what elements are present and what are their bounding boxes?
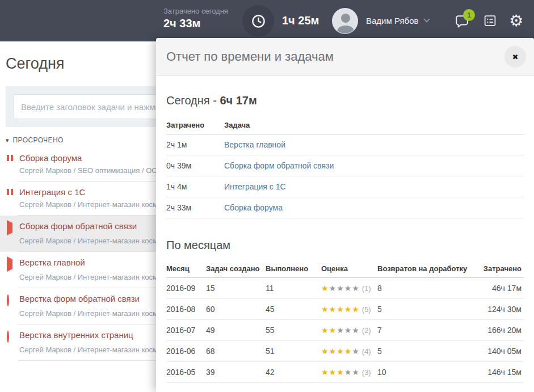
task-status-cell xyxy=(7,294,19,306)
spent-cell: 2ч 33м xyxy=(166,203,224,212)
star-empty-icon: ★ xyxy=(337,284,344,293)
rating-count: (3) xyxy=(362,368,371,377)
created-cell: 68 xyxy=(206,347,266,356)
months-table-row: 2016-053942★★★★★(3)10146ч 15м xyxy=(166,362,524,383)
star-empty-icon: ★ xyxy=(344,284,352,293)
column-header-done: Выполнено xyxy=(266,264,321,273)
today-table-row: 2ч 33мСборка форума xyxy=(166,197,524,218)
task-link[interactable]: Сборка форума xyxy=(224,203,524,212)
star-rating-icon: ★★★★★ xyxy=(321,368,360,377)
months-table-row: 2016-086045★★★★★(5)5124ч 30м xyxy=(166,299,524,320)
rating-count: (5) xyxy=(362,305,371,314)
done-cell: 42 xyxy=(266,368,321,377)
today-table-row: 1ч 4мИнтеграция с 1С xyxy=(166,176,524,197)
task-status-cell xyxy=(7,258,19,269)
months-table-rows: 2016-091511★★★★★(1)846ч 17м2016-086045★★… xyxy=(166,278,524,383)
task-link[interactable]: Верстка главной xyxy=(224,140,524,149)
created-cell: 60 xyxy=(206,305,266,314)
avatar[interactable] xyxy=(332,8,358,34)
star-filled-icon: ★ xyxy=(321,305,329,314)
today-heading-prefix: Сегодня - xyxy=(166,94,220,107)
star-filled-icon: ★ xyxy=(352,305,360,314)
clock-icon xyxy=(251,14,266,29)
task-link[interactable]: Интеграция с 1С xyxy=(224,182,524,191)
report-icon xyxy=(483,14,497,28)
close-button[interactable]: ✖ xyxy=(504,46,526,68)
star-filled-icon: ★ xyxy=(321,284,329,293)
circle-status-icon[interactable] xyxy=(7,294,9,306)
star-rating-icon: ★★★★★ xyxy=(321,284,360,293)
play-icon[interactable] xyxy=(7,256,12,272)
done-cell: 55 xyxy=(266,326,321,335)
spent-today-value: 2ч 33м xyxy=(163,17,228,30)
spent-cell: 2ч 1м xyxy=(166,140,224,149)
pause-icon[interactable] xyxy=(7,189,19,195)
star-empty-icon: ★ xyxy=(344,368,352,377)
today-section-heading: Сегодня - 6ч 17м xyxy=(166,94,524,107)
today-table-header-row: Затрачено Задача xyxy=(166,116,524,134)
column-header-spent: Затрачено xyxy=(166,121,224,129)
created-cell: 49 xyxy=(206,326,266,335)
spent-cell: 0ч 39м xyxy=(166,161,224,170)
done-cell: 45 xyxy=(266,305,321,314)
months-table-row: 2016-074955★★★★★(2)7166ч 20м xyxy=(166,320,524,341)
reports-button[interactable] xyxy=(483,0,497,41)
column-header-spent-total: Затрачено xyxy=(474,264,524,273)
month-cell: 2016-06 xyxy=(166,347,206,356)
today-table: Затрачено Задача 2ч 1мВерстка главной0ч … xyxy=(166,116,524,218)
star-filled-icon: ★ xyxy=(337,347,344,356)
spent-total-cell: 146ч 15м xyxy=(474,368,524,377)
star-filled-icon: ★ xyxy=(329,347,337,356)
star-empty-icon: ★ xyxy=(337,326,344,335)
gear-icon: ⚙ xyxy=(509,11,523,30)
returns-cell: 8 xyxy=(377,284,474,293)
star-filled-icon: ★ xyxy=(344,305,352,314)
today-total-time: 6ч 17м xyxy=(220,94,257,107)
task-status-cell xyxy=(7,221,19,233)
months-table-header-row: Месяц Задач создано Выполнено Оценка Воз… xyxy=(166,260,524,278)
star-rating-icon: ★★★★★ xyxy=(321,326,360,335)
star-rating-icon: ★★★★★ xyxy=(321,347,360,356)
task-title[interactable]: Интеграция с 1С xyxy=(19,187,85,197)
column-header-created: Задач создано xyxy=(206,264,266,273)
rating-cell: ★★★★★(4) xyxy=(321,347,377,356)
returns-cell: 7 xyxy=(377,326,474,335)
months-table-row: 2016-091511★★★★★(1)846ч 17м xyxy=(166,278,524,299)
chat-button[interactable]: 1 xyxy=(454,0,470,41)
report-panel: Отчет по времени и задачам ✖ Сегодня - 6… xyxy=(156,38,534,392)
star-filled-icon: ★ xyxy=(329,326,337,335)
task-link[interactable]: Сборка форм обратной связи xyxy=(224,161,524,170)
star-empty-icon: ★ xyxy=(352,284,360,293)
column-header-month: Месяц xyxy=(166,264,206,273)
star-empty-icon: ★ xyxy=(344,326,352,335)
spent-total-cell: 46ч 17м xyxy=(474,284,524,293)
star-empty-icon: ★ xyxy=(352,326,360,335)
done-cell: 51 xyxy=(266,347,321,356)
months-table-row: 2016-066851★★★★★(4)5140ч 05м xyxy=(166,341,524,362)
created-cell: 15 xyxy=(206,284,266,293)
spent-total-cell: 124ч 30м xyxy=(474,305,524,314)
task-title[interactable]: Верстка форм обратной связи xyxy=(19,294,140,304)
chat-badge: 1 xyxy=(463,9,475,21)
collapse-triangle-icon: ▾ xyxy=(6,137,9,144)
task-status-cell xyxy=(7,330,19,342)
top-header-bar: Затрачено сегодня 2ч 33м 1ч 25м Вадим Ря… xyxy=(0,0,534,41)
user-name: Вадим Рябов xyxy=(366,16,419,26)
spent-cell: 1ч 4м xyxy=(166,182,224,191)
task-title[interactable]: Верстка главной xyxy=(19,258,85,267)
avatar-placeholder-icon xyxy=(333,9,358,34)
returns-cell: 5 xyxy=(377,305,474,314)
task-title[interactable]: Сборка форм обратной связи xyxy=(19,221,137,231)
star-filled-icon: ★ xyxy=(344,347,352,356)
star-filled-icon: ★ xyxy=(337,368,344,377)
task-title[interactable]: Сборка форума xyxy=(19,153,82,163)
play-icon[interactable] xyxy=(7,220,12,235)
created-cell: 39 xyxy=(206,368,266,377)
timer-button[interactable] xyxy=(242,5,274,37)
user-menu[interactable]: Вадим Рябов xyxy=(366,0,429,41)
circle-status-icon[interactable] xyxy=(7,331,9,343)
settings-button[interactable]: ⚙ xyxy=(509,0,523,41)
rating-cell: ★★★★★(5) xyxy=(321,305,377,314)
task-title[interactable]: Верстка внутренних страниц xyxy=(19,330,133,340)
pause-icon[interactable] xyxy=(7,155,19,161)
